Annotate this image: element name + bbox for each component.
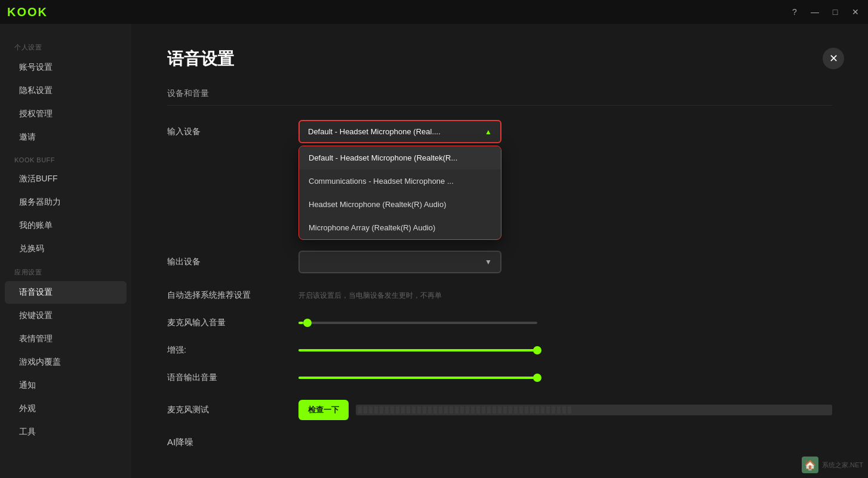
level-bar-38 [557, 406, 561, 414]
auto-select-row: 自动选择系统推荐设置 开启该设置后，当电脑设备发生更时，不再单 [167, 290, 832, 301]
level-bar-28 [503, 406, 507, 414]
mic-volume-thumb[interactable] [303, 319, 312, 327]
boost-track [298, 349, 537, 351]
boost-fill [298, 349, 537, 351]
sidebar-item-notifications[interactable]: 通知 [5, 374, 127, 397]
personal-section-label: 个人设置 [0, 36, 131, 55]
sidebar: 个人设置 账号设置 隐私设置 授权管理 邀请 KOOK BUFF 激活BUFF … [0, 24, 131, 478]
device-section-title: 设备和音量 [167, 88, 832, 106]
level-bar-32 [525, 406, 528, 414]
level-bar-37 [552, 406, 555, 414]
boost-slider[interactable] [298, 349, 537, 351]
level-bar-26 [493, 406, 496, 414]
level-bar-13 [423, 406, 426, 414]
auto-select-desc: 开启该设置后，当电脑设备发生更时，不再单 [298, 291, 832, 301]
dropdown-option-headset[interactable]: Headset Microphone (Realtek(R) Audio) [299, 193, 501, 216]
level-meter [356, 405, 832, 415]
kook-buff-section-label: KOOK BUFF [0, 149, 131, 167]
level-bar-7 [390, 406, 394, 414]
boost-thumb[interactable] [533, 346, 541, 354]
sidebar-item-keybindings[interactable]: 按键设置 [5, 304, 127, 327]
app-logo: KOOK [7, 5, 48, 19]
level-bar-22 [471, 406, 475, 414]
app-section-label: 应用设置 [0, 261, 131, 280]
level-bar-12 [417, 406, 421, 414]
level-bar-31 [519, 406, 523, 414]
check-button[interactable]: 检查一下 [298, 400, 349, 420]
level-bar-34 [535, 406, 539, 414]
level-bar-30 [514, 406, 518, 414]
content-area: ✕ 语音设置 设备和音量 输入设备 Default - Headset Micr… [131, 24, 868, 478]
mic-test-control: 检查一下 [298, 400, 832, 420]
main-layout: 个人设置 账号设置 隐私设置 授权管理 邀请 KOOK BUFF 激活BUFF … [0, 24, 868, 478]
sidebar-item-tools[interactable]: 工具 [5, 421, 127, 443]
page-close-button[interactable]: ✕ [823, 48, 844, 69]
chevron-down-icon: ▼ [485, 258, 492, 266]
level-bar-20 [460, 406, 464, 414]
level-bar-2 [364, 406, 367, 414]
level-bar-15 [433, 406, 437, 414]
sidebar-item-privacy[interactable]: 隐私设置 [5, 79, 127, 102]
mic-volume-track [298, 322, 537, 324]
mic-volume-slider[interactable] [298, 322, 537, 324]
level-bar-19 [455, 406, 458, 414]
boost-row: 增强: [167, 345, 832, 356]
output-device-row: 输出设备 ▼ [167, 251, 832, 273]
window-close-button[interactable]: ✕ [850, 7, 861, 17]
sidebar-item-activate-buff[interactable]: 激活BUFF [5, 168, 127, 190]
dropdown-option-default[interactable]: Default - Headset Microphone (Realtek(R.… [299, 146, 501, 169]
sidebar-item-emoji[interactable]: 表情管理 [5, 328, 127, 350]
input-device-control: Default - Headset Microphone (Real.... ▲… [298, 120, 832, 143]
sidebar-item-auth[interactable]: 授权管理 [5, 103, 127, 125]
level-bar-18 [450, 406, 453, 414]
voice-output-label: 语音输出音量 [167, 372, 298, 383]
level-bar-33 [530, 406, 534, 414]
level-bar-25 [487, 406, 491, 414]
mic-volume-fill [298, 322, 303, 324]
sidebar-item-redeem[interactable]: 兑换码 [5, 238, 127, 260]
output-device-dropdown-wrapper: ▼ [298, 251, 501, 273]
input-device-dropdown[interactable]: Default - Headset Microphone (Real.... ▲ [298, 120, 501, 143]
output-device-label: 输出设备 [167, 257, 298, 267]
sidebar-item-my-bill[interactable]: 我的账单 [5, 214, 127, 237]
level-bar-35 [541, 406, 544, 414]
level-bar-36 [546, 406, 550, 414]
sidebar-item-appearance[interactable]: 外观 [5, 397, 127, 420]
level-bar-11 [412, 406, 415, 414]
boost-label: 增强: [167, 345, 298, 356]
level-bar-16 [439, 406, 442, 414]
ai-section-title: AI降噪 [167, 437, 832, 448]
input-device-dropdown-wrapper: Default - Headset Microphone (Real.... ▲… [298, 120, 501, 143]
sidebar-item-invite[interactable]: 邀请 [5, 126, 127, 149]
help-button[interactable]: ? [789, 7, 800, 17]
maximize-button[interactable]: □ [830, 7, 841, 17]
level-bar-17 [444, 406, 448, 414]
voice-output-thumb[interactable] [533, 374, 541, 382]
window-controls: ? — □ ✕ [789, 7, 861, 17]
voice-output-slider[interactable] [298, 377, 537, 379]
auto-select-label: 自动选择系统推荐设置 [167, 290, 298, 301]
voice-output-row: 语音输出音量 [167, 372, 832, 383]
sidebar-item-server-helper[interactable]: 服务器助力 [5, 191, 127, 214]
input-device-row: 输入设备 Default - Headset Microphone (Real.… [167, 120, 832, 143]
page-title: 语音设置 [167, 48, 832, 70]
level-bar-9 [401, 406, 405, 414]
titlebar: KOOK ? — □ ✕ [0, 0, 868, 24]
output-device-dropdown[interactable]: ▼ [298, 251, 501, 273]
dropdown-option-array[interactable]: Microphone Array (Realtek(R) Audio) [299, 216, 501, 239]
mic-volume-label: 麦克风输入音量 [167, 317, 298, 328]
voice-output-fill [298, 377, 537, 379]
level-bar-39 [562, 406, 566, 414]
sidebar-item-account[interactable]: 账号设置 [5, 56, 127, 79]
output-device-control: ▼ [298, 251, 832, 273]
sidebar-item-voice-settings[interactable]: 语音设置 [5, 281, 127, 304]
dropdown-option-communications[interactable]: Communications - Headset Microphone ... [299, 169, 501, 193]
watermark-text: 系统之家.NET [822, 461, 863, 470]
mic-volume-row: 麦克风输入音量 [167, 317, 832, 328]
minimize-button[interactable]: — [809, 7, 820, 17]
sidebar-item-game-overlay[interactable]: 游戏内覆盖 [5, 351, 127, 374]
level-bar-5 [380, 406, 383, 414]
dropdown-selected-value: Default - Headset Microphone (Real.... [308, 127, 441, 136]
level-bar-23 [476, 406, 480, 414]
voice-output-track [298, 377, 537, 379]
